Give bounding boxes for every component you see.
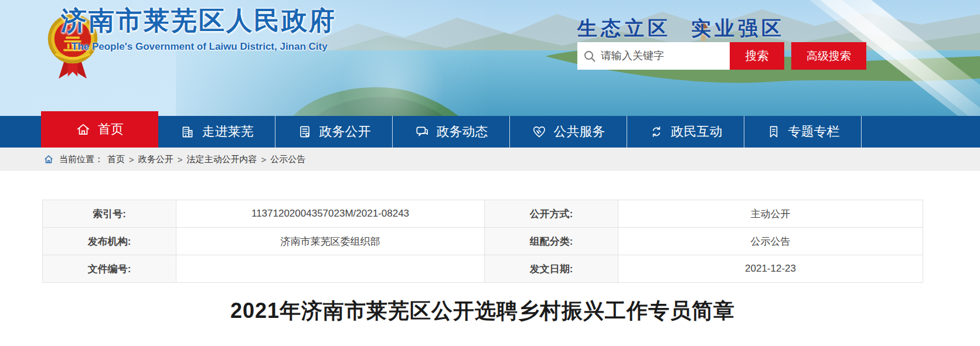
nav-label: 政务公开 <box>319 123 371 141</box>
nav-item-gov-news[interactable]: 政务动态 <box>393 116 510 148</box>
content-area: 索引号: 11371202004357023M/2021-08243 公开方式:… <box>0 171 980 326</box>
breadcrumb-item-public-notices[interactable]: 公示公告 <box>270 154 305 165</box>
meta-label-index-number: 索引号: <box>43 200 176 228</box>
advanced-search-button[interactable]: 高级搜索 <box>791 42 866 70</box>
chat-icon <box>414 124 430 139</box>
breadcrumb-location-label: 当前位置： <box>59 154 103 165</box>
site-title[interactable]: 济南市莱芜区人民政府 <box>61 4 471 38</box>
table-row: 索引号: 11371202004357023M/2021-08243 公开方式:… <box>43 200 923 228</box>
breadcrumb-item-home[interactable]: 首页 <box>107 154 125 165</box>
interaction-arrows-icon <box>649 124 664 139</box>
nav-label: 专题专栏 <box>788 123 840 141</box>
document-icon <box>297 124 312 139</box>
nav-item-public-interaction[interactable]: 政民互动 <box>627 116 744 148</box>
site-subtitle-en: The People's Government of Laiwu Distric… <box>72 41 328 53</box>
nav-item-home[interactable]: 首页 <box>41 111 158 148</box>
breadcrumb-separator: > <box>178 155 183 165</box>
nav-label: 公共服务 <box>554 123 605 141</box>
breadcrumb-separator: > <box>129 155 134 165</box>
nav-label: 政务动态 <box>437 123 488 141</box>
article-title: 2021年济南市莱芜区公开选聘乡村振兴工作专员简章 <box>42 297 923 326</box>
breadcrumb: 当前位置： 首页 > 政务公开 > 法定主动公开内容 > 公示公告 <box>0 148 980 171</box>
search-box <box>577 42 730 70</box>
search-area: 搜索 高级搜索 <box>577 42 866 70</box>
meta-label-document-number: 文件编号: <box>43 255 176 283</box>
table-row: 文件编号: 发文日期: 2021-12-23 <box>43 255 923 283</box>
meta-value-issuing-agency: 济南市莱芜区委组织部 <box>176 228 485 255</box>
home-icon <box>76 122 91 137</box>
page: ★ ★ ★ ★ ★ 济南市莱芜区人民政府 The People's Govern… <box>0 0 980 346</box>
breadcrumb-home-icon <box>43 154 54 165</box>
meta-value-category: 公示公告 <box>618 228 923 255</box>
table-row: 发布机构: 济南市莱芜区委组织部 组配分类: 公示公告 <box>43 228 923 255</box>
nav-item-special-topics[interactable]: 专题专栏 <box>744 116 862 148</box>
service-heart-icon <box>532 124 547 139</box>
site-slogan: 生态立区实业强区 <box>577 15 785 42</box>
meta-value-index-number: 11371202004357023M/2021-08243 <box>176 200 485 228</box>
breadcrumb-item-gov-disclosure[interactable]: 政务公开 <box>138 154 173 165</box>
bookmark-icon <box>766 124 781 139</box>
nav-item-about-laiwu[interactable]: 走进莱芜 <box>158 116 275 148</box>
search-icon <box>583 50 596 63</box>
meta-value-document-number <box>176 255 485 283</box>
nav-label: 走进莱芜 <box>202 123 254 141</box>
search-input[interactable] <box>601 50 724 62</box>
building-icon <box>180 124 195 139</box>
document-meta-table: 索引号: 11371202004357023M/2021-08243 公开方式:… <box>42 200 923 283</box>
meta-label-disclosure-method: 公开方式: <box>485 200 618 228</box>
breadcrumb-separator: > <box>261 155 267 165</box>
meta-label-issue-date: 发文日期: <box>485 255 618 283</box>
breadcrumb-item-statutory-disclosure[interactable]: 法定主动公开内容 <box>187 154 257 165</box>
nav-item-public-services[interactable]: 公共服务 <box>510 116 627 148</box>
nav-label: 首页 <box>98 121 124 138</box>
nav-label: 政民互动 <box>671 123 723 141</box>
meta-value-disclosure-method: 主动公开 <box>618 200 923 228</box>
meta-label-category: 组配分类: <box>485 228 618 255</box>
meta-value-issue-date: 2021-12-23 <box>618 255 923 283</box>
site-banner: ★ ★ ★ ★ ★ 济南市莱芜区人民政府 The People's Govern… <box>0 0 980 116</box>
meta-label-issuing-agency: 发布机构: <box>43 228 176 255</box>
main-navigation: 首页 走进莱芜 政务公开 政 <box>0 116 980 148</box>
search-button[interactable]: 搜索 <box>730 42 784 70</box>
nav-item-gov-disclosure[interactable]: 政务公开 <box>275 116 393 148</box>
slogan-part1: 生态立区 <box>577 17 671 39</box>
slogan-part2: 实业强区 <box>691 17 785 39</box>
